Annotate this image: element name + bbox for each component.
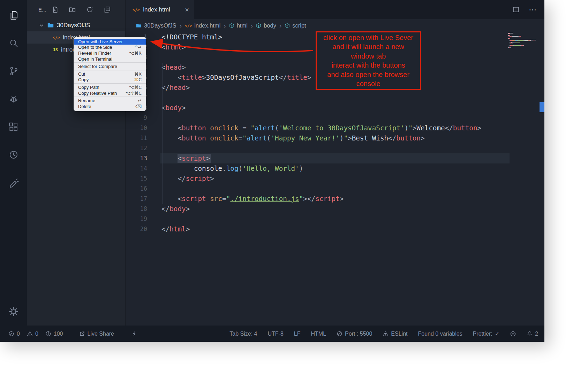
breadcrumb-item-script[interactable]: script xyxy=(285,22,306,29)
split-editor-button[interactable] xyxy=(512,6,520,14)
files-icon xyxy=(8,10,19,21)
folder-row-30daysofjs[interactable]: 30DaysOfJS xyxy=(27,19,125,31)
code-line-16[interactable]: 16 xyxy=(126,184,544,194)
breadcrumb-item-index-html[interactable]: </> index.html xyxy=(185,22,220,29)
tab-index-html[interactable]: </> index.html × xyxy=(126,0,194,19)
lightning-bolt-icon xyxy=(131,331,137,337)
status-eslint[interactable]: ESLint xyxy=(383,331,407,337)
annotation-box: click on open with Live Severand it will… xyxy=(316,31,421,90)
status-notifications[interactable]: 2 xyxy=(527,331,538,337)
breadcrumb: 30DaysOfJS › </> index.html › html › bod… xyxy=(126,19,544,32)
html-file-icon: </> xyxy=(133,7,140,12)
line-number: 13 xyxy=(126,153,147,163)
status-warnings[interactable]: 0 xyxy=(27,331,38,337)
more-actions-icon[interactable]: ⋯ xyxy=(529,5,537,14)
new-folder-icon xyxy=(69,6,76,13)
line-number: 16 xyxy=(126,184,147,194)
history-activity-button[interactable] xyxy=(5,145,22,165)
menu-item-cut[interactable]: Cut⌘X xyxy=(74,71,146,77)
tab-title: index.html xyxy=(143,6,170,13)
status-language[interactable]: HTML xyxy=(311,331,326,337)
feedback-activity-button[interactable] xyxy=(5,173,22,192)
run-debug-activity-button[interactable] xyxy=(5,89,22,109)
code-line-9[interactable]: 9 xyxy=(126,113,544,123)
breadcrumb-item-html[interactable]: html xyxy=(229,22,248,29)
status-port[interactable]: Port : 5500 xyxy=(337,331,372,337)
check-icon: ✓ xyxy=(495,330,499,337)
refresh-explorer-button[interactable] xyxy=(86,6,94,14)
html-file-icon: </> xyxy=(53,35,60,40)
menu-item-copy[interactable]: Copy⌘C xyxy=(74,77,146,83)
explorer-activity-button[interactable] xyxy=(5,6,22,25)
breadcrumb-separator: › xyxy=(279,22,281,30)
status-bar: 0 0 100 Live Share Tab xyxy=(0,326,544,342)
line-number: 10 xyxy=(126,123,147,133)
folder-label: 30DaysOfJS xyxy=(57,22,90,29)
code-line-12[interactable]: 12 xyxy=(126,143,544,153)
new-folder-button[interactable] xyxy=(69,6,76,14)
status-encoding[interactable]: UTF-8 xyxy=(268,331,284,337)
code-line-13[interactable]: 13 <script> xyxy=(126,153,544,163)
breadcrumb-separator: › xyxy=(224,22,226,30)
status-live-share[interactable]: Live Share xyxy=(79,331,114,337)
js-file-icon: JS xyxy=(53,47,58,52)
code-line-20[interactable]: 20</html> xyxy=(126,224,544,234)
code-line-10[interactable]: 10 <button onclick = "alert('Welcome to … xyxy=(126,123,544,133)
settings-gear-button[interactable] xyxy=(5,302,22,321)
breadcrumb-item-30daysofjs[interactable]: 30DaysOfJS xyxy=(136,22,176,29)
status-feedback-smiley[interactable] xyxy=(510,331,516,337)
info-icon xyxy=(45,331,51,337)
collapse-folders-button[interactable] xyxy=(104,6,111,14)
extensions-icon xyxy=(8,122,19,132)
code-line-14[interactable]: 14 console.log('Hello, World') xyxy=(126,163,544,174)
search-activity-button[interactable] xyxy=(5,33,22,53)
menu-divider xyxy=(74,70,146,70)
menu-item-rename[interactable]: Rename↵ xyxy=(74,98,146,104)
code-line-15[interactable]: 15 </script> xyxy=(126,174,544,184)
menu-item-open-in-terminal[interactable]: Open in Terminal xyxy=(74,56,146,62)
new-file-icon xyxy=(51,6,59,13)
indent-guide xyxy=(163,63,163,204)
status-errors[interactable]: 0 xyxy=(8,331,20,337)
status-bolt[interactable] xyxy=(131,331,137,337)
search-icon xyxy=(8,38,19,48)
code-line-18[interactable]: 18</body> xyxy=(126,204,544,214)
menu-item-copy-relative-path[interactable]: Copy Relative Path⌥⇧⌘C xyxy=(74,90,146,96)
breadcrumb-item-body[interactable]: body xyxy=(256,22,276,29)
code-line-8[interactable]: 8<body> xyxy=(126,103,544,113)
explorer-title: E... xyxy=(38,7,46,13)
desktop-background: E... xyxy=(0,0,588,367)
status-variables[interactable]: Found 0 variables xyxy=(418,331,462,337)
source-control-activity-button[interactable] xyxy=(5,61,22,81)
line-number: 19 xyxy=(126,214,147,224)
menu-item-delete[interactable]: Delete⌫ xyxy=(74,104,146,109)
status-tab-size[interactable]: Tab Size: 4 xyxy=(229,331,257,337)
new-file-button[interactable] xyxy=(51,6,59,14)
symbol-cube-icon xyxy=(229,23,234,28)
menu-item-reveal-in-finder[interactable]: Reveal in Finder⌥⌘R xyxy=(74,50,146,56)
line-number: 15 xyxy=(126,174,147,184)
breadcrumb-separator: › xyxy=(251,22,253,30)
git-branch-icon xyxy=(8,66,19,76)
live-share-icon xyxy=(79,331,85,337)
activity-bar xyxy=(0,0,27,326)
line-number: 17 xyxy=(126,194,147,204)
breadcrumb-separator: › xyxy=(180,22,182,30)
menu-item-open-to-the-side[interactable]: Open to the Side^↵ xyxy=(74,45,146,51)
code-line-7[interactable]: 7 xyxy=(126,93,544,103)
tab-close-icon[interactable]: × xyxy=(185,6,189,13)
menu-item-copy-path[interactable]: Copy Path⌥⌘C xyxy=(74,84,146,90)
extensions-activity-button[interactable] xyxy=(5,117,22,137)
menu-item-select-for-compare[interactable]: Select for Compare xyxy=(74,63,146,69)
code-line-11[interactable]: 11 <button onclick="alert('Happy New Yea… xyxy=(126,133,544,143)
annotation-text: click on open with Live Severand it will… xyxy=(323,33,413,89)
status-eol[interactable]: LF xyxy=(294,331,301,337)
status-info[interactable]: 100 xyxy=(45,331,63,337)
minimap[interactable] xyxy=(508,33,540,48)
status-prettier[interactable]: Prettier:✓ xyxy=(473,330,499,337)
code-line-19[interactable]: 19 xyxy=(126,214,544,224)
overview-ruler-marker xyxy=(540,102,544,112)
smiley-icon xyxy=(510,331,516,337)
menu-item-open-with-live-server[interactable]: Open with Live Server xyxy=(74,39,146,45)
code-line-17[interactable]: 17 <script src="./introduction.js"></scr… xyxy=(126,194,544,204)
